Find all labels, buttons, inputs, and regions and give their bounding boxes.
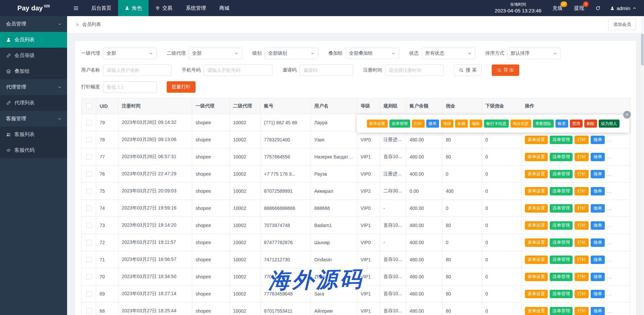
status-select[interactable]: 所有状态 [422,48,475,59]
nav-item-dashboard[interactable]: 后台首页 [85,0,118,16]
more-actions-button[interactable]: ... [607,137,612,142]
vertical-scrollbar[interactable] [641,16,644,315]
dispatch-settings-button[interactable]: 派单设置 [367,120,388,128]
sidebar-group-2[interactable]: 代理管理 [0,79,67,95]
inject-button[interactable]: 打针 [575,290,589,298]
chain-order-manage-button[interactable]: 连单管理 [550,256,573,264]
row-checkbox[interactable] [86,257,92,262]
row-checkbox[interactable] [86,206,92,211]
export-button[interactable]: 导 出 [492,64,519,76]
do-order-button[interactable]: 做单 [591,221,605,230]
dispatch-settings-button[interactable]: 派单设置 [525,256,548,264]
do-order-button[interactable]: 做单 [591,204,605,213]
row-checkbox[interactable] [86,120,92,125]
nav-item-mall[interactable]: 商城 [213,0,236,16]
invite-code-input[interactable] [300,64,353,76]
dispatch-settings-button[interactable]: 派单设置 [525,238,548,247]
inject-button[interactable]: 打针 [575,204,589,213]
withdraw-button[interactable]: 提现 0 [568,0,590,16]
row-checkbox[interactable] [86,171,92,177]
chain-order-manage-button[interactable]: 连单管理 [550,221,573,230]
scrollbar-thumb[interactable] [641,34,644,65]
inject-button[interactable]: 打针 [575,307,589,315]
more-actions-button[interactable]: ... [607,154,612,160]
disable-button[interactable]: 禁用 [570,120,583,128]
reg-time-input[interactable] [385,64,444,76]
row-checkbox[interactable] [86,188,92,194]
batch-inject-button[interactable]: 批量打针 [167,81,196,93]
do-order-button[interactable]: 做单 [591,170,605,178]
admin-menu[interactable]: admin [606,5,644,11]
chain-order-manage-button[interactable]: 连单管理 [550,307,573,315]
sidebar-item[interactable]: 客服列表 [0,127,67,142]
nav-item-system[interactable]: 系统管理 [179,0,213,16]
nav-item-roles[interactable]: 角色 [118,0,149,16]
dispatch-settings-button[interactable]: 派单设置 [525,290,548,298]
stack-group-select[interactable]: 全部叠加组 [345,48,399,59]
popup-close-button[interactable]: × [623,111,631,119]
do-order-button[interactable]: 做单 [591,136,605,144]
username-input[interactable] [103,64,172,76]
inject-range-input[interactable] [103,81,157,93]
phone-input[interactable] [204,64,272,76]
inject-button[interactable]: 打针 [575,136,589,144]
row-checkbox[interactable] [86,240,92,245]
sidebar-toggle-button[interactable] [67,0,85,16]
do-order-button[interactable]: 做单 [591,273,605,281]
edit-button[interactable]: 编辑 [470,120,482,128]
chain-order-manage-button[interactable]: 连单管理 [389,120,410,128]
inject-button[interactable]: 打针 [412,120,425,128]
inject-button[interactable]: 打针 [575,273,589,281]
sidebar-item[interactable]: 叠加组 [0,63,67,79]
search-button[interactable]: 搜 索 [454,64,482,76]
inject-button[interactable]: 打针 [575,187,589,195]
more-actions-button[interactable]: ... [607,274,612,279]
chain-order-manage-button[interactable]: 连单管理 [550,136,573,144]
inject-button[interactable]: 打针 [575,256,589,264]
do-order-button[interactable]: 做单 [591,307,605,315]
do-order-button[interactable]: 做单 [591,256,605,264]
level-button[interactable]: 等级 [441,120,453,128]
chain-order-manage-button[interactable]: 连单管理 [550,290,573,298]
inject-button[interactable]: 打针 [575,221,589,230]
sidebar-item[interactable]: 会员等级 [0,48,67,63]
chain-order-manage-button[interactable]: 连单管理 [550,204,573,213]
dispatch-settings-button[interactable]: 派单设置 [525,204,548,213]
account-change-button[interactable]: 账变 [555,120,568,128]
row-checkbox[interactable] [86,154,92,160]
more-actions-button[interactable]: ... [607,206,612,211]
chain-order-manage-button[interactable]: 连单管理 [550,170,573,178]
dispatch-settings-button[interactable]: 派单设置 [525,187,548,195]
dispatch-settings-button[interactable]: 派单设置 [525,153,548,161]
agent1-select[interactable]: 全部 [103,48,157,59]
bank-info-button[interactable]: 银行卡信息 [484,120,509,128]
chain-order-manage-button[interactable]: 连单管理 [550,238,573,247]
address-info-button[interactable]: 地址信息 [511,120,531,128]
delete-button[interactable]: 删除 [584,120,597,128]
do-order-button[interactable]: 做单 [591,290,605,298]
more-actions-button[interactable]: ... [607,308,612,314]
more-actions-button[interactable]: ... [607,240,612,245]
balance-button[interactable]: 余额 [455,120,468,128]
view-team-button[interactable]: 查看团队 [533,120,554,128]
dispatch-settings-button[interactable]: 派单设置 [525,307,548,315]
row-checkbox[interactable] [86,137,92,142]
chain-order-manage-button[interactable]: 连单管理 [550,187,573,195]
dispatch-settings-button[interactable]: 派单设置 [525,170,548,178]
refresh-button[interactable] [590,0,606,16]
do-order-button[interactable]: 做单 [426,120,439,128]
set-fake-button[interactable]: 设为假人 [599,120,620,128]
row-checkbox[interactable] [86,274,92,279]
do-order-button[interactable]: 做单 [591,187,605,195]
sidebar-group-3[interactable]: 客服管理 [0,111,67,127]
more-actions-button[interactable]: ... [607,291,612,297]
dispatch-settings-button[interactable]: 派单设置 [525,136,548,144]
nav-item-transactions[interactable]: 交易 [149,0,179,16]
do-order-button[interactable]: 做单 [591,153,605,161]
more-actions-button[interactable]: ... [607,257,612,262]
row-checkbox[interactable] [86,291,92,297]
sidebar-item[interactable]: 代理列表 [0,95,67,111]
recharge-button[interactable]: 充值 47 [547,0,568,16]
more-actions-button[interactable]: ... [607,171,612,177]
inject-button[interactable]: 打针 [575,153,589,161]
